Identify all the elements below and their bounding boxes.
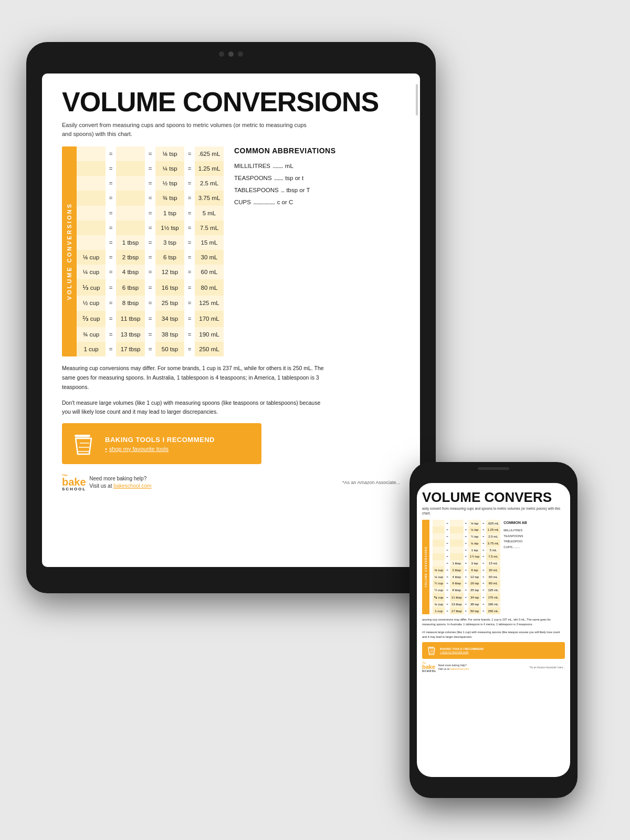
logo-bake: bake [62, 477, 86, 487]
cell [77, 146, 106, 161]
cell: 12 tsp [155, 265, 184, 279]
sidebar-label: VOLUME CONVERSIONS [66, 203, 72, 300]
table-row: ¼ cup = 4 tbsp = 12 tsp = 60 mL [77, 265, 224, 279]
cell: 1½ tsp [155, 220, 184, 235]
cell: 125 mL [195, 296, 224, 310]
cell: 6 tsp [155, 250, 184, 265]
phone-banner-link[interactable]: • shop my favourite tools [440, 650, 484, 654]
phone-amazon-text: *As an Amazon Associate I earn... [529, 666, 565, 669]
page-title: VOLUME CONVERSIONS [62, 88, 400, 116]
abbrev-value: c or C [277, 196, 293, 208]
table-row: 1 cup = 17 tbsp = 50 tsp = 250 mL [77, 342, 224, 356]
abbrev-dots: ... [281, 184, 285, 196]
table-row: = = ½ tsp = 2.5 mL [77, 176, 224, 191]
abbrev-value: mL [285, 160, 293, 172]
cell: 7.5 mL [195, 220, 224, 235]
cell [77, 161, 106, 176]
svg-rect-6 [428, 647, 434, 648]
phone-table-area: VOLUME CONVERSIONS ==⅛ tsp=.625 mL ==¼ t… [422, 520, 565, 614]
camera-dot-1 [219, 51, 224, 57]
phone-logo: The bake SCHOOL Need more baking help? V… [422, 662, 469, 673]
cell: 50 tsp [155, 342, 184, 356]
cell: ¼ tsp [155, 161, 184, 176]
tablet-screen: VOLUME CONVERSIONS Easily convert from m… [42, 74, 420, 567]
phone-baking-banner[interactable]: BAKING TOOLS I RECOMMEND • shop my favou… [422, 642, 565, 659]
cell: 3 tsp [155, 235, 184, 250]
footnote-1: Measuring cup conversions may differ. Fo… [62, 364, 324, 392]
table-row: = = 1½ tsp = 7.5 mL [77, 220, 224, 235]
phone-subtitle: asily convert from measuring cups and sp… [422, 506, 565, 516]
cell [77, 220, 106, 235]
cell: ½ cup [77, 296, 106, 310]
footer-visit: Visit us at [89, 483, 113, 489]
cell: ¾ cup [77, 327, 106, 342]
abbrev-term: CUPS [234, 196, 251, 208]
phone-screen: VOLUME CONVERS asily convert from measur… [417, 483, 570, 777]
phone-footer-url[interactable]: bakeschool.com [450, 667, 469, 670]
phone-footnote-1: asuring cup conversions may differ. For … [422, 617, 565, 627]
list-item: MILLILITRES ......... mL [234, 160, 400, 172]
cell: ⅔ cup [77, 311, 106, 327]
list-item: TABLESPOONS ... tbsp or T [234, 184, 400, 196]
cell: 34 tsp [155, 311, 184, 327]
footer-url[interactable]: bakeschool.com [113, 483, 151, 489]
cell: 15 mL [195, 235, 224, 250]
svg-rect-0 [75, 435, 90, 437]
logo: The bake SCHOOL [62, 474, 86, 491]
phone-measuring-cup-icon [426, 645, 437, 656]
table-row: ==1 tsp=5 mL [433, 547, 500, 553]
cell: 17 tbsp [116, 342, 145, 356]
camera-dot-2 [228, 51, 234, 57]
cell [116, 176, 145, 191]
camera-dot-3 [238, 51, 243, 57]
cell: 38 tsp [155, 327, 184, 342]
cell [77, 235, 106, 250]
table-row: ½ cup=8 tbsp=25 tsp=125 mL [433, 587, 500, 594]
table-row: ==¾ tsp=3.75 mL [433, 540, 500, 547]
banner-title: BAKING TOOLS I RECOMMEND [105, 436, 215, 444]
table-row: ¾ cup=13 tbsp=38 tsp=190 mL [433, 601, 500, 608]
cell [116, 191, 145, 205]
banner-text: BAKING TOOLS I RECOMMEND • shop my favou… [105, 436, 215, 452]
banner-link[interactable]: • shop my favourite tools [105, 446, 215, 452]
conversion-area: VOLUME CONVERSIONS = = ⅛ tsp = .625 [62, 146, 400, 356]
document-footer: The bake SCHOOL Need more baking help? V… [62, 470, 400, 491]
amazon-text: *As an Amazon Associate... [342, 480, 400, 485]
footer-text: Need more baking help? Visit us at bakes… [89, 475, 151, 490]
table-row: ¼ cup=4 tbsp=12 tsp=60 mL [433, 573, 500, 580]
table-row: ==⅛ tsp=.625 mL [433, 520, 500, 527]
cell [116, 220, 145, 235]
phone-document: VOLUME CONVERS asily convert from measur… [417, 483, 570, 777]
cell: 250 mL [195, 342, 224, 356]
table-row: = 1 tbsp = 3 tsp = 15 mL [77, 235, 224, 250]
cell: ⅛ cup [77, 250, 106, 265]
phone-speaker [478, 467, 509, 470]
table-row: ½ cup=6 tbsp=16 tsp=80 mL [433, 580, 500, 587]
page-subtitle: Easily convert from measuring cups and s… [62, 121, 314, 138]
table-row: ==½ tsp=2.5 mL [433, 533, 500, 540]
abbrev-dots: ................... [253, 196, 275, 208]
phone-page-title: VOLUME CONVERS [422, 490, 565, 504]
measuring-cup-icon [70, 430, 97, 457]
cell: 6 tbsp [116, 279, 145, 296]
cell: 1 tbsp [116, 235, 145, 250]
bakeschool-logo: The bake SCHOOL Need more baking help? V… [62, 474, 151, 491]
abbrev-term: TABLESPOONS [234, 184, 279, 196]
phone-banner-text: BAKING TOOLS I RECOMMEND • shop my favou… [440, 647, 484, 654]
yellow-sidebar: VOLUME CONVERSIONS [62, 146, 77, 356]
list-item: MILLILITRES [503, 528, 527, 533]
logo-school: SCHOOL [422, 670, 436, 673]
list-item: CUPS ................... c or C [234, 196, 400, 208]
phone-sidebar-label: VOLUME CONVERSIONS [424, 547, 427, 587]
table-row: = = ¾ tsp = 3.75 mL [77, 191, 224, 205]
tablet-scrollbar[interactable] [416, 84, 418, 116]
cell: 1 tsp [155, 206, 184, 220]
cell [77, 206, 106, 220]
table-row: =1 tbsp=3 tsp=15 mL [433, 560, 500, 567]
baking-tools-banner[interactable]: BAKING TOOLS I RECOMMEND • shop my favou… [62, 423, 261, 464]
cell: 16 tsp [155, 279, 184, 296]
phone-device: VOLUME CONVERS asily convert from measur… [410, 462, 578, 798]
list-item: TABLESPOO [503, 539, 527, 544]
table-row: = = ¼ tsp = 1.25 mL [77, 161, 224, 176]
phone-footnote-2: n't measure large volumes (like 1 cup) w… [422, 630, 565, 639]
